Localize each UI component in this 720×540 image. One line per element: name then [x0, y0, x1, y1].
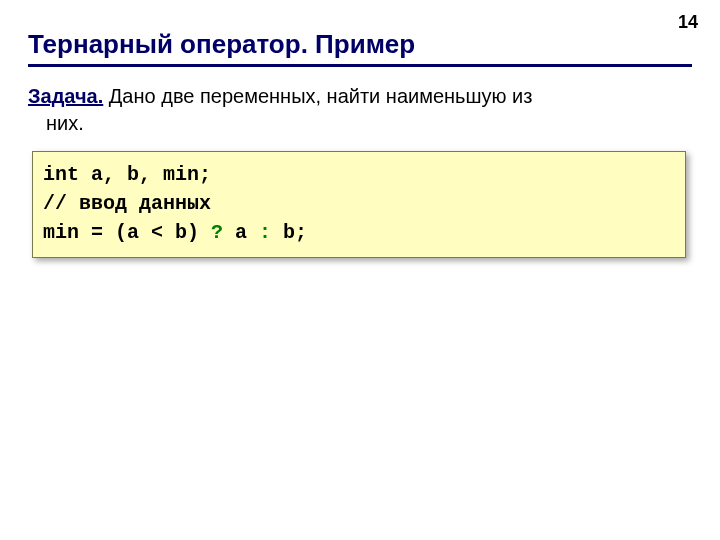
code-line-3: min = (a < b) ? a : b;: [43, 221, 307, 244]
code-l3-p2: a: [223, 221, 259, 244]
slide: 14 Тернарный оператор. Пример Задача. Да…: [0, 0, 720, 540]
slide-title: Тернарный оператор. Пример: [28, 30, 692, 60]
code-l3-p3: b;: [271, 221, 307, 244]
code-line-1: int a, b, min;: [43, 163, 211, 186]
ternary-colon: :: [259, 221, 271, 244]
task-text-line1: Дано две переменных, найти наименьшую из: [103, 85, 532, 107]
task-block: Задача. Дано две переменных, найти наиме…: [28, 83, 692, 137]
page-number: 14: [678, 12, 698, 33]
task-label: Задача.: [28, 85, 103, 107]
code-line-2: // ввод данных: [43, 192, 211, 215]
code-box: int a, b, min; // ввод данных min = (a <…: [32, 151, 686, 258]
task-text-line2: них.: [46, 110, 692, 137]
title-underline: [28, 64, 692, 67]
ternary-question-mark: ?: [211, 221, 223, 244]
code-l3-p1: min = (a < b): [43, 221, 211, 244]
